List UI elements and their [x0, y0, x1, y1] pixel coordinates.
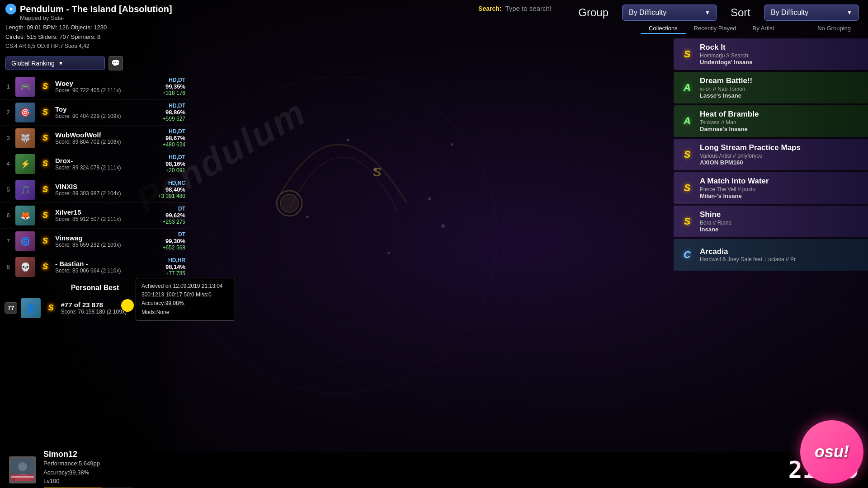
- svg-rect-26: [11, 474, 34, 481]
- osu-circle-logo: osu!: [800, 420, 863, 483]
- score-mods-acc: HD,DT 98,16% +20 091: [165, 154, 185, 174]
- score-rank-num: 3: [5, 135, 12, 141]
- sort-dropdown[interactable]: By Difficulty ▼: [764, 5, 859, 21]
- svg-point-15: [306, 216, 309, 218]
- score-accuracy: 99,30%: [163, 238, 185, 244]
- svg-point-7: [524, 253, 651, 380]
- score-rank-num: 8: [5, 263, 12, 270]
- score-item[interactable]: 7 🌀 S Vinswag Score: 85 659 232 (2 109x)…: [0, 229, 190, 254]
- score-rank-num: 2: [5, 109, 12, 116]
- score-item[interactable]: 2 🎯 S Toy Score: 90 404 229 (2 109x) HD,…: [0, 100, 190, 126]
- song-list-panel: S Rock It Hommarju // Search: Underdogs'…: [674, 38, 868, 413]
- song-diff: AXION BPM160: [700, 159, 863, 166]
- player-accuracy: Accuracy:99.38%: [43, 468, 770, 477]
- score-item[interactable]: 3 🐺 S WubWoofWolf Score: 89 804 702 (2 1…: [0, 126, 190, 151]
- score-avatar: 🐺: [15, 128, 35, 148]
- tooltip-dot: [121, 299, 134, 312]
- tab-by-artist[interactable]: By Artist: [745, 23, 783, 34]
- group-dropdown[interactable]: By Difficulty ▼: [622, 5, 717, 21]
- song-list-item[interactable]: C Arcadia Hardwell & Joey Dale feat. Luc…: [674, 239, 868, 271]
- score-avatar: 🎯: [15, 103, 35, 122]
- score-username: Vinswag: [55, 234, 159, 242]
- song-grade-badge: A: [679, 113, 695, 129]
- score-rank-num: 4: [5, 160, 12, 167]
- song-info-right: Rock It Hommarju // Search: Underdogs' I…: [700, 43, 863, 65]
- song-list-item[interactable]: S Shine Bora // Riana Insane: [674, 206, 868, 237]
- personal-best-item[interactable]: 77 👤 S #77 of 23 878 Score: 76 158 180 (…: [0, 296, 190, 321]
- svg-point-13: [428, 197, 431, 200]
- score-username: Woey: [55, 80, 159, 87]
- score-item[interactable]: 1 🎮 S Woey Score: 90 722 405 (2 111x) HD…: [0, 74, 190, 100]
- score-username: VINXIS: [55, 183, 155, 190]
- score-mods-acc: DT 99,62% +253 275: [163, 206, 185, 225]
- song-title-right: A Match Into Water: [700, 177, 863, 186]
- osu-logo[interactable]: osu!: [796, 416, 868, 488]
- song-info-right: Dream Battle!! xi-on // Nao Tomori Lasse…: [700, 76, 863, 99]
- song-artist: Pierce The Veil // puxtu: [700, 186, 863, 192]
- group-tabs: Collections Recently Played By Artist No…: [641, 23, 859, 34]
- score-pp: +318 176: [163, 90, 185, 96]
- song-title-right: Long Stream Practice Maps: [700, 143, 863, 152]
- tab-collections[interactable]: Collections: [641, 23, 686, 34]
- score-mods: HD,DT: [165, 154, 185, 160]
- sort-label: Sort: [731, 6, 750, 19]
- song-info-right: Shine Bora // Riana Insane: [700, 210, 863, 232]
- song-artist: Bora // Riana: [700, 220, 863, 226]
- score-accuracy: 98,40%: [158, 186, 185, 193]
- sort-value: By Difficulty: [771, 9, 843, 17]
- tab-no-grouping[interactable]: No Grouping: [809, 23, 859, 34]
- chat-button[interactable]: 💬: [108, 56, 123, 70]
- score-item[interactable]: 4 ⚡ S Drox- Score: 89 324 078 (2 111x) H…: [0, 151, 190, 177]
- tab-recently-played[interactable]: Recently Played: [686, 23, 745, 34]
- score-item[interactable]: 5 🎵 S VINXIS Score: 89 303 987 (2 104x) …: [0, 177, 190, 203]
- score-grade: S: [39, 80, 52, 93]
- song-info-right: Long Stream Practice Maps Various Artist…: [700, 143, 863, 165]
- score-grade: S: [39, 261, 52, 273]
- song-list-item[interactable]: S Long Stream Practice Maps Various Arti…: [674, 139, 868, 170]
- svg-point-19: [280, 194, 298, 212]
- song-artist: Various Artist // onlyforyou: [700, 153, 863, 159]
- score-value: Score: 90 404 229 (2 109x): [55, 113, 159, 119]
- score-grade: S: [39, 183, 52, 196]
- score-value: Score: 89 804 702 (2 108x): [55, 139, 159, 145]
- player-level: Lv100: [43, 477, 770, 486]
- song-list-item[interactable]: A Dream Battle!! xi-on // Nao Tomori Las…: [674, 72, 868, 103]
- score-mods-acc: HD,NC 98,40% +3 391 480: [158, 180, 185, 199]
- score-name-score: Toy Score: 90 404 229 (2 109x): [55, 105, 159, 119]
- song-cs-stats: CS:4 AR:8,5 OD:8 HP:7 Stars:4,42: [5, 42, 184, 51]
- tooltip: Achieved on 12.09.2019 21:13:04 300:1213…: [136, 278, 235, 321]
- song-list-item[interactable]: S A Match Into Water Pierce The Veil // …: [674, 172, 868, 204]
- score-name-score: Drox- Score: 89 324 078 (2 111x): [55, 157, 162, 171]
- svg-point-12: [347, 139, 349, 141]
- song-artist: Hardwell & Joey Dale feat. Luciana // Pr: [700, 256, 863, 263]
- player-name: Simon12: [43, 450, 770, 459]
- score-pp: +3 391 480: [158, 193, 185, 199]
- score-name-score: Vinswag Score: 85 659 232 (2 109x): [55, 234, 159, 248]
- song-list-item[interactable]: S Rock It Hommarju // Search: Underdogs'…: [674, 38, 868, 70]
- score-grade: S: [39, 158, 52, 170]
- global-ranking-dropdown[interactable]: Global Ranking ▼: [5, 56, 105, 70]
- score-pp: +599 527: [163, 116, 185, 122]
- score-name-score: VINXIS Score: 89 303 987 (2 104x): [55, 183, 155, 197]
- score-name-score: Xilver15 Score: 85 912 507 (2 111x): [55, 208, 159, 222]
- top-section: Group By Difficulty ▼ Sort By Difficulty…: [0, 0, 868, 38]
- song-grade-badge: S: [679, 46, 695, 62]
- score-item[interactable]: 8 💀 S - Bastian - Score: 85 006 664 (2 1…: [0, 254, 190, 280]
- song-diff: Damnae's Insane: [700, 126, 863, 132]
- score-username: Xilver15: [55, 208, 159, 216]
- song-artist: xi-on // Nao Tomori: [700, 86, 863, 92]
- score-accuracy: 99,35%: [163, 83, 185, 90]
- song-list-item[interactable]: A Heat of Bramble Tsukasa // Mao Damnae'…: [674, 105, 868, 137]
- score-avatar: 💀: [15, 257, 35, 277]
- svg-point-2: [249, 145, 429, 325]
- score-pp: +480 624: [163, 141, 185, 148]
- score-accuracy: 98,86%: [163, 109, 185, 116]
- score-item[interactable]: 6 🦊 S Xilver15 Score: 85 912 507 (2 111x…: [0, 203, 190, 229]
- score-rank-num: 1: [5, 83, 12, 90]
- svg-point-24: [18, 462, 27, 471]
- score-accuracy: 99,62%: [163, 212, 185, 219]
- score-grade: S: [39, 106, 52, 119]
- score-accuracy: 98,67%: [163, 135, 185, 141]
- score-username: Toy: [55, 105, 159, 113]
- song-diff: Milan-'s Insane: [700, 192, 863, 199]
